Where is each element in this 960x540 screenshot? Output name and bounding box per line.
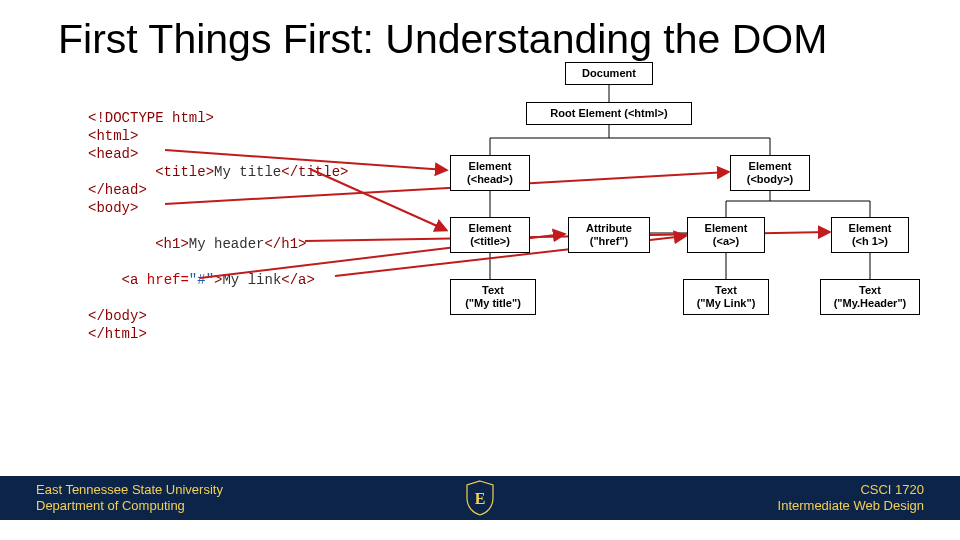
dom-diagram: Document Root Element (<html>) Element(<…: [0, 0, 960, 540]
node-text-title: Text("My title"): [450, 279, 536, 315]
mapping-arrows: [0, 0, 960, 540]
node-root: Root Element (<html>): [526, 102, 692, 125]
footer-university: East Tennessee State University: [36, 482, 223, 498]
node-document: Document: [565, 62, 653, 85]
svg-line-15: [310, 169, 446, 230]
node-text-link: Text("My Link"): [683, 279, 769, 315]
node-h1: Element(<h 1>): [831, 217, 909, 253]
footer-department: Department of Computing: [36, 498, 223, 514]
svg-line-16: [165, 172, 728, 204]
node-head: Element(<head>): [450, 155, 530, 191]
footer-course-name: Intermediate Web Design: [778, 498, 924, 514]
footer-bar: East Tennessee State University Departme…: [0, 476, 960, 520]
node-body: Element(<body>): [730, 155, 810, 191]
footer-left: East Tennessee State University Departme…: [36, 482, 223, 515]
footer-shield-icon: E: [465, 480, 495, 516]
footer-course-code: CSCI 1720: [778, 482, 924, 498]
svg-line-14: [165, 150, 446, 170]
node-attribute: Attribute("href"): [568, 217, 650, 253]
node-text-header: Text("My.Header"): [820, 279, 920, 315]
svg-text:E: E: [475, 490, 486, 507]
node-title: Element(<title>): [450, 217, 530, 253]
footer-right: CSCI 1720 Intermediate Web Design: [778, 482, 924, 515]
node-a: Element(<a>): [687, 217, 765, 253]
